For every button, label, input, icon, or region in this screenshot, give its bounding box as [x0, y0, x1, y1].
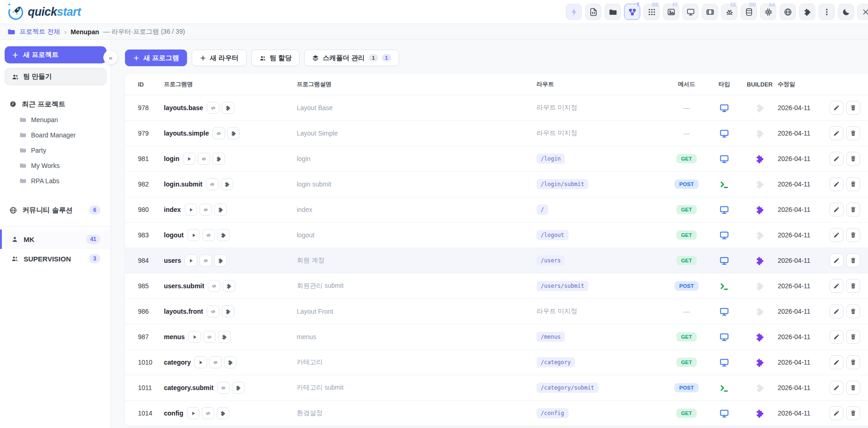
code-button[interactable]: [212, 127, 225, 139]
sidebar-collapse-button[interactable]: «: [103, 50, 118, 65]
code-button[interactable]: [203, 331, 216, 343]
code-button[interactable]: [198, 153, 210, 165]
sidebar-recent-project-item[interactable]: RPA Labs: [0, 173, 111, 188]
builder-open-button[interactable]: [221, 178, 233, 190]
builder-open-button[interactable]: [212, 153, 225, 165]
delete-button[interactable]: [846, 177, 860, 191]
edit-button[interactable]: [830, 152, 843, 166]
app-logo[interactable]: quickstart: [6, 3, 81, 21]
header-film-button[interactable]: [702, 4, 718, 20]
edit-button[interactable]: [830, 177, 843, 191]
delete-button[interactable]: [846, 101, 860, 115]
edit-button[interactable]: [830, 228, 843, 242]
breadcrumb-root-link[interactable]: 프로젝트 전체: [19, 28, 60, 36]
table-row[interactable]: 1011 category.submit 카테고리 submit /catego…: [125, 375, 868, 401]
new-router-button[interactable]: 새 라우터: [192, 50, 247, 66]
run-button[interactable]: [185, 254, 197, 267]
edit-button[interactable]: [830, 406, 843, 420]
header-flow-button[interactable]: T: [624, 4, 640, 20]
code-button[interactable]: [202, 229, 215, 241]
builder-open-button[interactable]: [222, 102, 234, 114]
header-bug-button[interactable]: EE: [721, 4, 737, 20]
edit-button[interactable]: [830, 304, 843, 318]
edit-button[interactable]: [830, 381, 843, 395]
edit-button[interactable]: [830, 330, 843, 344]
builder-open-button[interactable]: [214, 204, 227, 216]
header-moon-button[interactable]: [838, 4, 854, 20]
header-close-button[interactable]: [857, 4, 868, 20]
builder-open-button[interactable]: [222, 305, 234, 317]
delete-button[interactable]: [846, 330, 860, 344]
run-button[interactable]: [188, 331, 201, 343]
table-row[interactable]: 984 users 회원 계정 /users GET: [125, 248, 868, 273]
builder-open-button[interactable]: [217, 229, 230, 241]
header-monitor-button[interactable]: [682, 4, 699, 20]
table-row[interactable]: 1014 config 환경설정 /config GET: [125, 401, 868, 426]
code-button[interactable]: [207, 102, 219, 114]
code-button[interactable]: [217, 382, 230, 394]
header-kebab-button[interactable]: [818, 4, 835, 20]
delete-button[interactable]: [846, 355, 860, 369]
header-folder-button[interactable]: [605, 4, 621, 20]
builder-open-button[interactable]: [218, 331, 231, 343]
header-database-button[interactable]: DD: [741, 4, 757, 20]
sidebar-workspace-mk[interactable]: MK 41: [0, 230, 111, 249]
create-team-button[interactable]: 팀 만들기: [5, 68, 106, 85]
builder-open-button[interactable]: [227, 127, 240, 139]
table-row[interactable]: 979 layouts.simple Layout Simple 라우트 미지정…: [125, 121, 868, 146]
sidebar-recent-project-item[interactable]: Menupan: [0, 112, 111, 127]
scaffolder-manage-button[interactable]: 스캐폴더 관리 1 1: [304, 50, 399, 66]
table-row[interactable]: 981 login login /login GET: [125, 146, 868, 172]
delete-button[interactable]: [846, 152, 860, 166]
header-grid-button[interactable]: BB: [643, 4, 660, 20]
run-button[interactable]: [183, 153, 195, 165]
header-file-code-button[interactable]: [585, 4, 601, 20]
table-row[interactable]: 978 layouts.base Layout Base 라우트 미지정 — 2…: [125, 95, 868, 121]
delete-button[interactable]: [846, 254, 860, 267]
table-row[interactable]: 985 users.submit 회원관리 submit /users/subm…: [125, 273, 868, 299]
edit-button[interactable]: [830, 254, 843, 267]
code-button[interactable]: [206, 178, 219, 190]
header-chip-button[interactable]: AA: [760, 4, 776, 20]
builder-open-button[interactable]: [217, 407, 229, 419]
delete-button[interactable]: [846, 228, 860, 242]
builder-open-button[interactable]: [223, 280, 235, 292]
builder-open-button[interactable]: [224, 356, 237, 368]
sidebar-item-community[interactable]: 커뮤니티 솔루션 6: [0, 200, 111, 220]
delete-button[interactable]: [846, 279, 860, 293]
delete-button[interactable]: [846, 203, 860, 217]
sidebar-recent-project-item[interactable]: My Works: [0, 158, 111, 173]
delete-button[interactable]: [846, 304, 860, 318]
table-row[interactable]: 987 menus menus /menus GET: [125, 324, 868, 350]
sidebar-recent-project-item[interactable]: Party: [0, 143, 111, 158]
header-globe-button[interactable]: [780, 4, 796, 20]
code-button[interactable]: [209, 356, 222, 368]
table-row[interactable]: 980 index index / GET 2026-: [125, 197, 868, 223]
table-row[interactable]: 986 layouts.front Layout Front 라우트 미지정 —…: [125, 299, 868, 324]
delete-button[interactable]: [846, 126, 860, 140]
builder-open-button[interactable]: [214, 254, 227, 267]
edit-button[interactable]: [830, 101, 843, 115]
code-button[interactable]: [200, 204, 212, 216]
run-button[interactable]: [187, 229, 200, 241]
delete-button[interactable]: [846, 406, 860, 420]
edit-button[interactable]: [830, 203, 843, 217]
header-lightning-button[interactable]: [566, 4, 582, 20]
table-row[interactable]: 982 login.submit login submit /login/sub…: [125, 172, 868, 197]
code-button[interactable]: [202, 407, 214, 419]
sidebar-recent-project-item[interactable]: Board Manager: [0, 127, 111, 143]
team-assign-button[interactable]: 팀 할당: [251, 50, 300, 66]
run-button[interactable]: [194, 356, 207, 368]
table-row[interactable]: 1010 category 카테고리 /category GET: [125, 350, 868, 375]
header-puzzle-button[interactable]: [799, 4, 815, 20]
new-project-button[interactable]: 새 프로젝트: [5, 46, 106, 63]
new-program-button[interactable]: 새 프로그램: [125, 50, 187, 66]
table-row[interactable]: 983 logout logout /logout GET: [125, 223, 868, 248]
run-button[interactable]: [187, 407, 200, 419]
edit-button[interactable]: [830, 279, 843, 293]
code-button[interactable]: [207, 305, 219, 317]
edit-button[interactable]: [830, 355, 843, 369]
code-button[interactable]: [208, 280, 220, 292]
edit-button[interactable]: [830, 126, 843, 140]
delete-button[interactable]: [846, 381, 860, 395]
